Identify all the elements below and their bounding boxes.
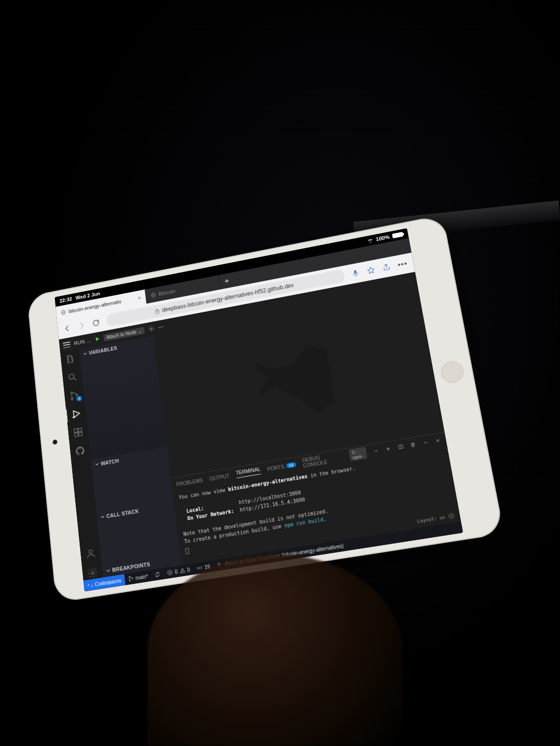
svg-point-19 <box>88 550 92 553</box>
svg-point-26 <box>129 577 130 578</box>
svg-point-27 <box>129 580 130 581</box>
remote-icon <box>87 581 93 588</box>
forward-button[interactable] <box>77 321 86 330</box>
source-control-icon[interactable]: 6 <box>68 389 80 402</box>
sync-icon <box>154 571 161 578</box>
back-button[interactable] <box>63 324 72 333</box>
new-terminal-button[interactable] <box>385 445 392 453</box>
run-view-label: RUN … <box>74 337 91 346</box>
feedback-icon[interactable] <box>448 513 455 520</box>
svg-point-12 <box>71 398 73 400</box>
close-tab-icon[interactable]: × <box>137 294 141 302</box>
menu-button[interactable] <box>63 341 71 348</box>
terminal-selector[interactable]: 1: npm <box>348 447 367 462</box>
globe-icon <box>150 292 156 298</box>
browser-tab-title: Bincoin <box>158 288 175 297</box>
wifi-icon <box>367 238 373 243</box>
explorer-icon[interactable] <box>65 353 77 365</box>
codespaces-label: Codespaces <box>95 578 122 587</box>
svg-point-8 <box>150 328 152 330</box>
battery-icon <box>392 232 403 238</box>
sync-button[interactable] <box>151 568 165 581</box>
svg-point-32 <box>199 567 200 569</box>
svg-point-20 <box>91 572 94 575</box>
svg-rect-6 <box>155 310 159 314</box>
svg-rect-16 <box>78 428 82 432</box>
debug-config-label: Attach to Node <box>106 329 137 340</box>
tab-terminal[interactable]: TERMINAL <box>236 467 261 478</box>
github-icon[interactable] <box>74 444 86 458</box>
run-debug-icon[interactable] <box>70 407 83 420</box>
ipad-screen: 22:32 Wed 2 Jun 100% bitcoin-energy-alte… <box>55 228 463 592</box>
branch-icon <box>128 575 134 582</box>
ports-label: PORTS <box>267 464 285 472</box>
svg-point-11 <box>71 392 73 394</box>
search-icon[interactable] <box>66 371 78 384</box>
photo-hand <box>147 554 403 746</box>
ports-badge: 19 <box>286 462 296 469</box>
kill-terminal-button[interactable] <box>410 441 416 449</box>
ios-battery-pct: 100% <box>375 234 390 242</box>
accounts-icon[interactable] <box>84 547 97 560</box>
settings-gear-icon[interactable] <box>86 566 99 580</box>
warning-icon <box>179 567 186 574</box>
tab-problems[interactable]: PROBLEMS <box>176 477 203 487</box>
svg-rect-7 <box>354 270 357 274</box>
tab-ports[interactable]: PORTS 19 <box>267 462 297 472</box>
split-terminal-button[interactable] <box>397 443 404 451</box>
close-panel-button[interactable] <box>435 437 442 444</box>
terminal-cursor <box>185 548 189 554</box>
watch-label: WATCH <box>100 458 119 467</box>
ipad-camera <box>53 440 57 445</box>
start-debug-button[interactable] <box>94 336 100 342</box>
chevron-down-icon <box>95 462 99 467</box>
branch-name: main* <box>135 573 148 580</box>
vscode-logo-icon <box>245 332 344 432</box>
tab-output[interactable]: OUTPUT <box>209 473 230 482</box>
mic-icon[interactable] <box>351 268 361 278</box>
svg-line-22 <box>400 445 401 448</box>
extensions-icon[interactable] <box>72 426 84 439</box>
globe-icon <box>60 309 66 316</box>
warning-count: 0 <box>187 567 190 573</box>
svg-rect-18 <box>79 432 83 436</box>
favorite-icon[interactable] <box>366 265 376 275</box>
error-icon <box>167 569 173 576</box>
error-count: 0 <box>174 569 178 575</box>
maximize-panel-button[interactable] <box>422 439 428 446</box>
editor-area: PROBLEMS OUTPUT TERMINAL PORTS 19 DEBUG … <box>153 286 461 565</box>
svg-point-25 <box>452 515 452 516</box>
ios-time: 22:32 <box>59 296 72 304</box>
share-icon[interactable] <box>382 262 392 272</box>
keyboard-layout-label[interactable]: Layout: us <box>417 514 446 525</box>
lock-icon <box>154 308 160 314</box>
svg-line-10 <box>74 378 77 381</box>
svg-point-9 <box>69 374 74 380</box>
svg-rect-17 <box>75 433 79 437</box>
ipad-home-button[interactable] <box>439 359 465 385</box>
variables-body <box>81 346 167 459</box>
svg-point-31 <box>182 572 183 572</box>
svg-point-24 <box>450 515 450 516</box>
svg-line-5 <box>151 295 156 296</box>
svg-rect-15 <box>74 429 78 433</box>
term-text: . <box>323 516 327 522</box>
debug-settings-button[interactable] <box>148 325 155 332</box>
broadcast-icon <box>196 564 203 571</box>
more-button[interactable]: ••• <box>397 259 408 270</box>
terminal-dropdown-icon[interactable] <box>373 447 379 455</box>
svg-point-28 <box>132 578 133 580</box>
chevron-down-icon: ⌄ <box>138 328 142 333</box>
chevron-down-icon <box>83 352 87 356</box>
scm-badge: 6 <box>76 395 83 401</box>
svg-point-23 <box>448 514 454 519</box>
svg-line-2 <box>61 312 66 313</box>
chevron-down-icon <box>101 515 105 519</box>
chevron-down-icon <box>106 568 111 573</box>
more-actions-button[interactable]: ··· <box>158 324 165 330</box>
reload-button[interactable] <box>91 318 100 328</box>
